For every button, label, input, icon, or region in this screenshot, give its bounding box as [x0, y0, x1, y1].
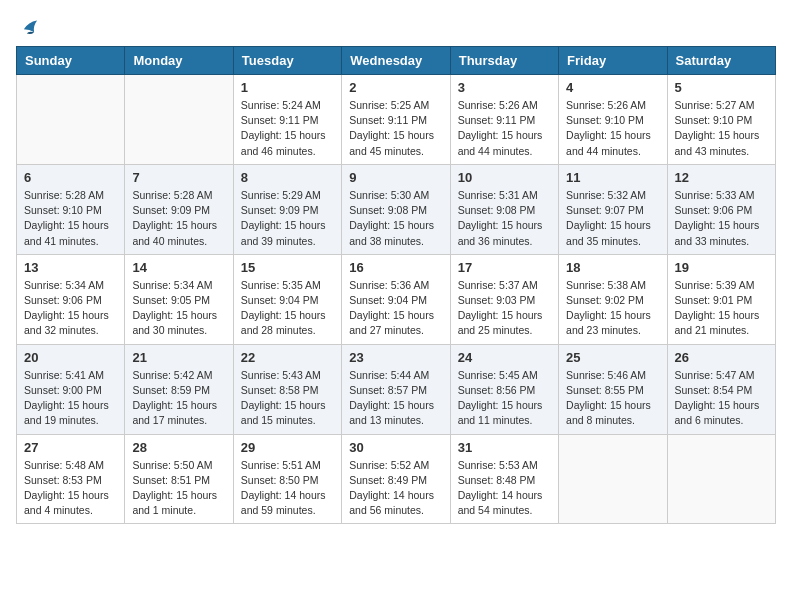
day-info: Sunrise: 5:27 AM Sunset: 9:10 PM Dayligh…: [675, 98, 768, 159]
weekday-header-friday: Friday: [559, 47, 667, 75]
calendar-week-row: 20Sunrise: 5:41 AM Sunset: 9:00 PM Dayli…: [17, 344, 776, 434]
calendar-cell: 29Sunrise: 5:51 AM Sunset: 8:50 PM Dayli…: [233, 434, 341, 524]
day-info: Sunrise: 5:31 AM Sunset: 9:08 PM Dayligh…: [458, 188, 551, 249]
calendar-cell: 8Sunrise: 5:29 AM Sunset: 9:09 PM Daylig…: [233, 164, 341, 254]
calendar-cell: 20Sunrise: 5:41 AM Sunset: 9:00 PM Dayli…: [17, 344, 125, 434]
day-number: 10: [458, 170, 551, 185]
day-number: 8: [241, 170, 334, 185]
day-number: 22: [241, 350, 334, 365]
day-info: Sunrise: 5:25 AM Sunset: 9:11 PM Dayligh…: [349, 98, 442, 159]
page-header: [16, 16, 776, 34]
day-number: 29: [241, 440, 334, 455]
day-info: Sunrise: 5:37 AM Sunset: 9:03 PM Dayligh…: [458, 278, 551, 339]
calendar-cell: 5Sunrise: 5:27 AM Sunset: 9:10 PM Daylig…: [667, 75, 775, 165]
weekday-header-sunday: Sunday: [17, 47, 125, 75]
day-number: 21: [132, 350, 225, 365]
calendar-cell: 11Sunrise: 5:32 AM Sunset: 9:07 PM Dayli…: [559, 164, 667, 254]
calendar-cell: 23Sunrise: 5:44 AM Sunset: 8:57 PM Dayli…: [342, 344, 450, 434]
day-number: 7: [132, 170, 225, 185]
calendar-week-row: 1Sunrise: 5:24 AM Sunset: 9:11 PM Daylig…: [17, 75, 776, 165]
calendar-cell: 13Sunrise: 5:34 AM Sunset: 9:06 PM Dayli…: [17, 254, 125, 344]
weekday-header-tuesday: Tuesday: [233, 47, 341, 75]
day-info: Sunrise: 5:29 AM Sunset: 9:09 PM Dayligh…: [241, 188, 334, 249]
calendar-cell: 12Sunrise: 5:33 AM Sunset: 9:06 PM Dayli…: [667, 164, 775, 254]
day-number: 19: [675, 260, 768, 275]
calendar-cell: 14Sunrise: 5:34 AM Sunset: 9:05 PM Dayli…: [125, 254, 233, 344]
day-number: 27: [24, 440, 117, 455]
calendar-cell: 17Sunrise: 5:37 AM Sunset: 9:03 PM Dayli…: [450, 254, 558, 344]
day-info: Sunrise: 5:52 AM Sunset: 8:49 PM Dayligh…: [349, 458, 442, 519]
day-info: Sunrise: 5:43 AM Sunset: 8:58 PM Dayligh…: [241, 368, 334, 429]
day-info: Sunrise: 5:51 AM Sunset: 8:50 PM Dayligh…: [241, 458, 334, 519]
weekday-header-saturday: Saturday: [667, 47, 775, 75]
day-info: Sunrise: 5:28 AM Sunset: 9:09 PM Dayligh…: [132, 188, 225, 249]
day-info: Sunrise: 5:45 AM Sunset: 8:56 PM Dayligh…: [458, 368, 551, 429]
calendar-week-row: 27Sunrise: 5:48 AM Sunset: 8:53 PM Dayli…: [17, 434, 776, 524]
calendar-cell: 24Sunrise: 5:45 AM Sunset: 8:56 PM Dayli…: [450, 344, 558, 434]
day-info: Sunrise: 5:35 AM Sunset: 9:04 PM Dayligh…: [241, 278, 334, 339]
calendar-cell: 1Sunrise: 5:24 AM Sunset: 9:11 PM Daylig…: [233, 75, 341, 165]
day-number: 9: [349, 170, 442, 185]
day-info: Sunrise: 5:53 AM Sunset: 8:48 PM Dayligh…: [458, 458, 551, 519]
calendar-cell: [17, 75, 125, 165]
day-info: Sunrise: 5:46 AM Sunset: 8:55 PM Dayligh…: [566, 368, 659, 429]
calendar-table: SundayMondayTuesdayWednesdayThursdayFrid…: [16, 46, 776, 524]
day-info: Sunrise: 5:30 AM Sunset: 9:08 PM Dayligh…: [349, 188, 442, 249]
day-number: 17: [458, 260, 551, 275]
day-number: 15: [241, 260, 334, 275]
day-number: 16: [349, 260, 442, 275]
day-info: Sunrise: 5:26 AM Sunset: 9:10 PM Dayligh…: [566, 98, 659, 159]
day-number: 20: [24, 350, 117, 365]
calendar-cell: 18Sunrise: 5:38 AM Sunset: 9:02 PM Dayli…: [559, 254, 667, 344]
weekday-header-wednesday: Wednesday: [342, 47, 450, 75]
calendar-cell: [667, 434, 775, 524]
day-number: 13: [24, 260, 117, 275]
day-info: Sunrise: 5:38 AM Sunset: 9:02 PM Dayligh…: [566, 278, 659, 339]
calendar-week-row: 6Sunrise: 5:28 AM Sunset: 9:10 PM Daylig…: [17, 164, 776, 254]
day-info: Sunrise: 5:39 AM Sunset: 9:01 PM Dayligh…: [675, 278, 768, 339]
day-number: 23: [349, 350, 442, 365]
calendar-cell: 22Sunrise: 5:43 AM Sunset: 8:58 PM Dayli…: [233, 344, 341, 434]
calendar-cell: 27Sunrise: 5:48 AM Sunset: 8:53 PM Dayli…: [17, 434, 125, 524]
day-number: 14: [132, 260, 225, 275]
day-info: Sunrise: 5:44 AM Sunset: 8:57 PM Dayligh…: [349, 368, 442, 429]
day-info: Sunrise: 5:36 AM Sunset: 9:04 PM Dayligh…: [349, 278, 442, 339]
calendar-cell: 15Sunrise: 5:35 AM Sunset: 9:04 PM Dayli…: [233, 254, 341, 344]
day-info: Sunrise: 5:42 AM Sunset: 8:59 PM Dayligh…: [132, 368, 225, 429]
calendar-cell: [125, 75, 233, 165]
logo-bird-icon: [18, 16, 40, 38]
day-number: 3: [458, 80, 551, 95]
calendar-cell: 28Sunrise: 5:50 AM Sunset: 8:51 PM Dayli…: [125, 434, 233, 524]
calendar-cell: 31Sunrise: 5:53 AM Sunset: 8:48 PM Dayli…: [450, 434, 558, 524]
day-info: Sunrise: 5:50 AM Sunset: 8:51 PM Dayligh…: [132, 458, 225, 519]
logo: [16, 16, 40, 34]
calendar-cell: 2Sunrise: 5:25 AM Sunset: 9:11 PM Daylig…: [342, 75, 450, 165]
day-number: 2: [349, 80, 442, 95]
day-number: 1: [241, 80, 334, 95]
day-info: Sunrise: 5:41 AM Sunset: 9:00 PM Dayligh…: [24, 368, 117, 429]
day-number: 30: [349, 440, 442, 455]
calendar-cell: 16Sunrise: 5:36 AM Sunset: 9:04 PM Dayli…: [342, 254, 450, 344]
weekday-header-thursday: Thursday: [450, 47, 558, 75]
day-number: 6: [24, 170, 117, 185]
day-number: 12: [675, 170, 768, 185]
day-info: Sunrise: 5:34 AM Sunset: 9:06 PM Dayligh…: [24, 278, 117, 339]
calendar-cell: 19Sunrise: 5:39 AM Sunset: 9:01 PM Dayli…: [667, 254, 775, 344]
day-info: Sunrise: 5:24 AM Sunset: 9:11 PM Dayligh…: [241, 98, 334, 159]
day-number: 28: [132, 440, 225, 455]
calendar-cell: 21Sunrise: 5:42 AM Sunset: 8:59 PM Dayli…: [125, 344, 233, 434]
calendar-cell: 30Sunrise: 5:52 AM Sunset: 8:49 PM Dayli…: [342, 434, 450, 524]
calendar-cell: 7Sunrise: 5:28 AM Sunset: 9:09 PM Daylig…: [125, 164, 233, 254]
calendar-cell: 25Sunrise: 5:46 AM Sunset: 8:55 PM Dayli…: [559, 344, 667, 434]
day-number: 5: [675, 80, 768, 95]
calendar-cell: [559, 434, 667, 524]
calendar-cell: 26Sunrise: 5:47 AM Sunset: 8:54 PM Dayli…: [667, 344, 775, 434]
calendar-header-row: SundayMondayTuesdayWednesdayThursdayFrid…: [17, 47, 776, 75]
calendar-week-row: 13Sunrise: 5:34 AM Sunset: 9:06 PM Dayli…: [17, 254, 776, 344]
day-info: Sunrise: 5:34 AM Sunset: 9:05 PM Dayligh…: [132, 278, 225, 339]
day-number: 25: [566, 350, 659, 365]
day-info: Sunrise: 5:32 AM Sunset: 9:07 PM Dayligh…: [566, 188, 659, 249]
calendar-cell: 9Sunrise: 5:30 AM Sunset: 9:08 PM Daylig…: [342, 164, 450, 254]
calendar-cell: 6Sunrise: 5:28 AM Sunset: 9:10 PM Daylig…: [17, 164, 125, 254]
day-number: 18: [566, 260, 659, 275]
